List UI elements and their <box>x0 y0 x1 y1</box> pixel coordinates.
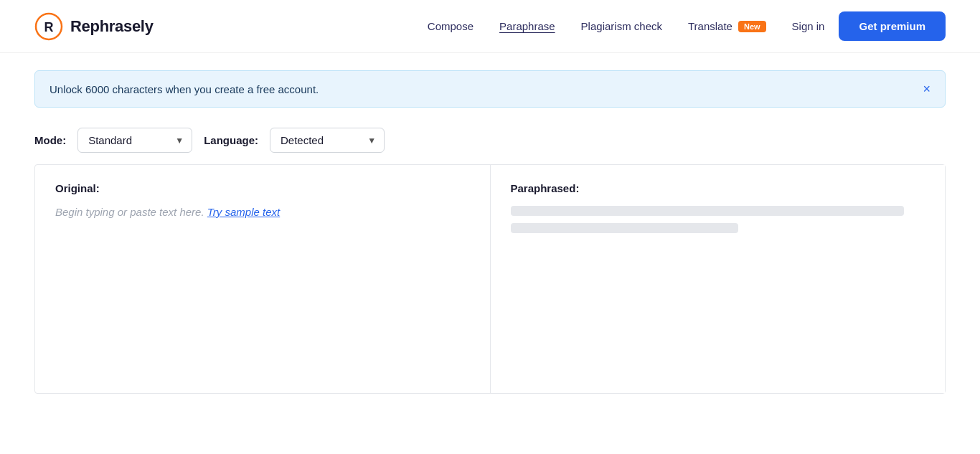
banner-close-button[interactable]: × <box>923 82 930 95</box>
language-label: Language: <box>204 134 258 146</box>
svg-text:R: R <box>44 20 54 34</box>
banner-text: Unlock 6000 characters when you create a… <box>50 83 319 95</box>
new-badge: New <box>738 21 766 32</box>
language-select-wrapper: Detected English Spanish French German ▼ <box>270 128 385 153</box>
nav-translate[interactable]: Translate <box>688 20 732 32</box>
paraphrased-panel-label: Paraphrased: <box>511 182 925 194</box>
nav-compose[interactable]: Compose <box>428 20 473 32</box>
main-nav: Compose Paraphrase Plagiarism check Tran… <box>428 20 766 32</box>
skeleton-line-2 <box>511 223 739 233</box>
get-premium-button[interactable]: Get premium <box>839 11 946 41</box>
main-panels: Original: Begin typing or paste text her… <box>34 164 946 394</box>
promo-banner: Unlock 6000 characters when you create a… <box>34 70 946 108</box>
nav-plagiarism-check[interactable]: Plagiarism check <box>581 20 662 32</box>
skeleton-line-1 <box>511 206 905 216</box>
logo-area: R Rephrasely <box>34 12 154 41</box>
nav-translate-wrapper: Translate New <box>688 20 766 32</box>
try-sample-text-link[interactable]: Try sample text <box>207 206 280 218</box>
header: R Rephrasely Compose Paraphrase Plagiari… <box>0 0 980 53</box>
original-panel: Original: Begin typing or paste text her… <box>35 165 491 393</box>
mode-select-wrapper: Standard Fluency Formal Simple Creative … <box>77 128 192 153</box>
logo-text: Rephrasely <box>70 17 154 36</box>
placeholder-static-text: Begin typing or paste text here. <box>55 206 204 218</box>
logo-icon: R <box>34 12 63 41</box>
sign-in-button[interactable]: Sign in <box>792 20 825 32</box>
nav-paraphrase[interactable]: Paraphrase <box>499 20 555 32</box>
mode-label: Mode: <box>34 134 66 146</box>
paraphrased-panel: Paraphrased: <box>491 165 946 393</box>
original-placeholder: Begin typing or paste text here. Try sam… <box>55 206 470 218</box>
header-actions: Sign in Get premium <box>792 11 946 41</box>
mode-select[interactable]: Standard Fluency Formal Simple Creative <box>77 128 192 153</box>
language-select[interactable]: Detected English Spanish French German <box>270 128 385 153</box>
controls-bar: Mode: Standard Fluency Formal Simple Cre… <box>0 108 980 164</box>
original-panel-label: Original: <box>55 182 470 194</box>
